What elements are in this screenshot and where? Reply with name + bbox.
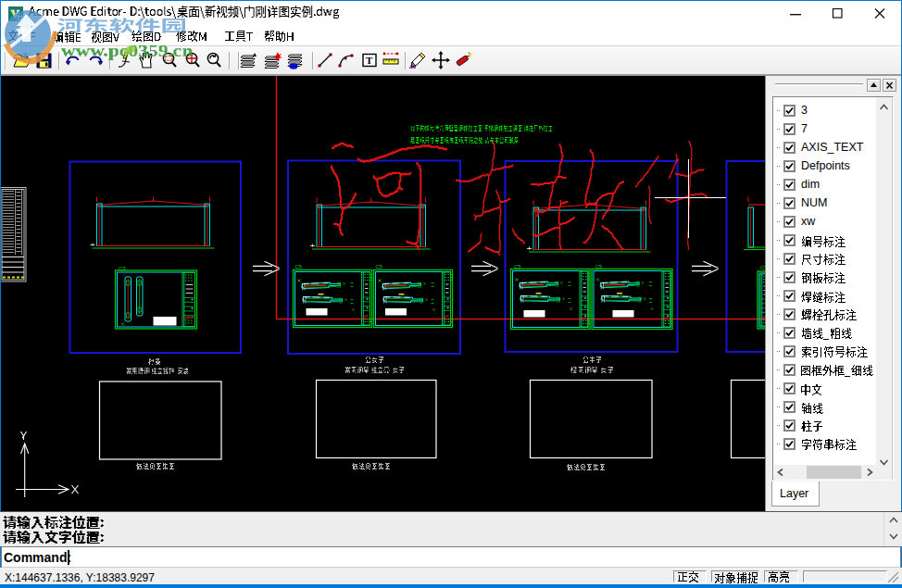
svg-text:C5: C5	[514, 264, 521, 269]
svg-text:C5: C5	[295, 264, 303, 269]
svg-text:T: T	[366, 55, 373, 66]
svg-text:C5: C5	[595, 264, 603, 269]
svg-text:C5: C5	[376, 264, 383, 269]
svg-text:C3: C3	[119, 266, 126, 271]
